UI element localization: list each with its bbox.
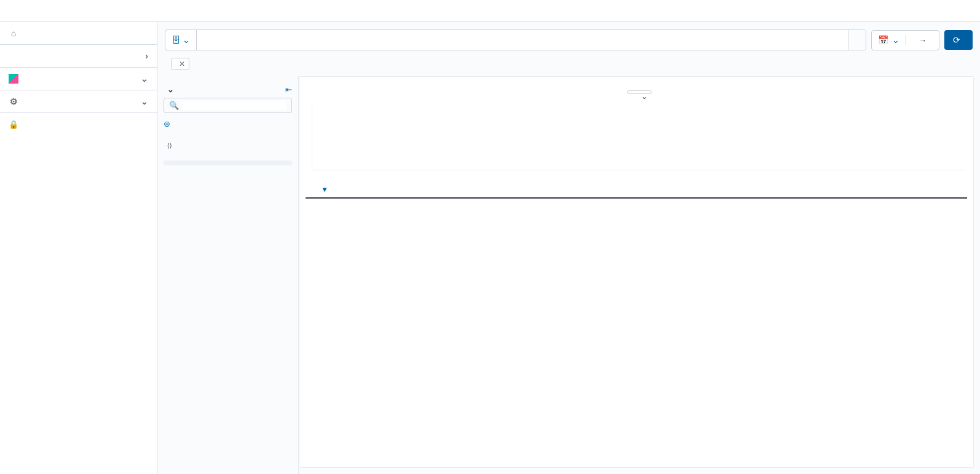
doc-table-header: ▾ — [306, 181, 967, 199]
chart-time-range: ⌄ — [306, 88, 967, 97]
refresh-icon: ⟳ — [953, 35, 960, 45]
saved-query-button[interactable]: 🗄⌄ — [165, 30, 197, 50]
date-quick-select[interactable]: 📅⌄ — [872, 35, 906, 45]
index-pattern-select[interactable]: ⌄ — [164, 81, 174, 98]
nav-management[interactable]: ⚙⌄ — [0, 90, 157, 113]
nav-sidebar: ⌂ › ⌄ ⚙⌄ 🔒 — [0, 22, 157, 474]
field-source[interactable]: ⟨⟩ — [164, 138, 292, 153]
chevron-down-icon: ⌄ — [141, 97, 148, 106]
sort-desc-icon: ▾ — [323, 185, 326, 194]
field-search[interactable]: 🔍 — [164, 98, 292, 113]
field-search-input[interactable] — [183, 101, 286, 110]
nav-recently-viewed[interactable]: › — [0, 45, 157, 67]
top-bar — [0, 0, 980, 22]
chevron-down-icon: ⌄ — [892, 35, 899, 45]
fields-panel: ⌄⇤ 🔍 ⊜ ⟨⟩ — [157, 76, 299, 474]
x-axis-label — [306, 173, 967, 181]
calendar-icon: 📅 — [878, 35, 888, 45]
selected-fields-header — [164, 131, 292, 138]
arrow-right-icon: → — [919, 36, 927, 45]
collapse-panel-icon[interactable]: ⇤ — [285, 85, 292, 94]
lock-icon: 🔒 — [9, 119, 18, 129]
chevron-down-icon: ⌄ — [141, 74, 148, 84]
refresh-button[interactable]: ⟳ — [944, 30, 973, 50]
date-range[interactable]: → — [906, 31, 939, 50]
query-bar: 🗄⌄ 📅⌄ → ⟳ — [157, 22, 980, 58]
gear-icon: ⚙ — [9, 97, 18, 106]
results-panel: ⌄ ▾ — [299, 76, 974, 468]
chevron-down-icon: ⌄ — [167, 85, 174, 94]
nav-home[interactable]: ⌂ — [0, 22, 157, 44]
filter-pill[interactable]: ✕ — [171, 58, 189, 70]
filter-by-type[interactable]: ⊜ — [164, 117, 292, 131]
source-icon: ⟨⟩ — [165, 141, 175, 151]
filter-icon: ⊜ — [164, 119, 170, 128]
nav-kibana[interactable]: ⌄ — [0, 68, 157, 90]
query-language-button[interactable] — [848, 30, 866, 50]
chevron-down-icon: ⌄ — [183, 35, 190, 45]
interval-select[interactable]: ⌄ — [627, 90, 652, 94]
nav-undock[interactable]: 🔒 — [0, 113, 157, 135]
filter-bar: ✕ — [157, 58, 980, 76]
time-column-header[interactable]: ▾ — [320, 185, 431, 194]
close-icon[interactable]: ✕ — [179, 60, 185, 68]
available-fields-header — [164, 153, 292, 160]
query-input[interactable] — [197, 30, 848, 50]
home-icon: ⌂ — [9, 28, 18, 38]
popular-header — [164, 160, 292, 165]
disk-icon: 🗄 — [172, 35, 180, 45]
source-column-header — [431, 185, 967, 194]
chevron-down-icon: ⌄ — [641, 92, 647, 101]
hits-count — [306, 83, 967, 88]
kibana-logo-icon — [9, 74, 18, 84]
chevron-right-icon: › — [145, 51, 148, 61]
search-icon: 🔍 — [169, 101, 179, 110]
histogram-chart[interactable] — [306, 97, 967, 170]
